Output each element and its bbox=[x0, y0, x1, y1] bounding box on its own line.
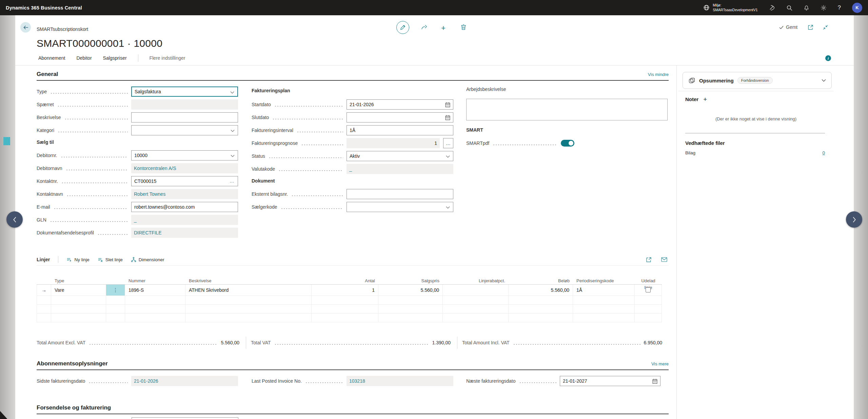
kontaktnr-input[interactable] bbox=[132, 176, 238, 186]
col-udelad-linje[interactable]: Udelad linje bbox=[635, 278, 662, 285]
naeste-input[interactable] bbox=[560, 376, 660, 386]
gln-link[interactable]: _ bbox=[131, 215, 238, 225]
add-note-button[interactable]: + bbox=[703, 97, 707, 102]
faktureringsinterval-field[interactable] bbox=[347, 125, 453, 135]
debitornavn-link[interactable]: Kontorcentralen A/S bbox=[131, 163, 238, 173]
eksternt-bilagsnr-input[interactable] bbox=[347, 189, 453, 199]
arbejdsbeskrivelse-textarea[interactable] bbox=[466, 99, 668, 120]
kontaktnavn-link[interactable]: Robert Townes bbox=[131, 189, 238, 199]
kategori-select[interactable] bbox=[131, 125, 238, 135]
tab-debitor[interactable]: Debitor bbox=[76, 55, 92, 61]
vis-mere-link[interactable]: Vis mere bbox=[651, 361, 669, 366]
delete-line-button[interactable]: Slet linje bbox=[98, 257, 123, 262]
calendar-icon[interactable] bbox=[445, 115, 451, 120]
gear-icon[interactable] bbox=[821, 5, 827, 11]
slutdato-field[interactable] bbox=[347, 112, 453, 122]
smartpdf-toggle[interactable] bbox=[561, 140, 574, 147]
faktureringsinterval-input[interactable] bbox=[347, 126, 453, 135]
col-antal[interactable]: Antal bbox=[312, 278, 378, 285]
status-input[interactable] bbox=[347, 151, 453, 161]
tab-flere-indstillinger[interactable]: Flere indstillinger bbox=[150, 55, 185, 61]
valutakode-link[interactable]: _ bbox=[347, 164, 453, 174]
debitornr-input[interactable] bbox=[132, 151, 238, 160]
naeste-field[interactable] bbox=[560, 376, 660, 386]
beskrivelse-field[interactable] bbox=[131, 112, 238, 122]
email-field[interactable] bbox=[131, 202, 238, 212]
empty-table-row[interactable] bbox=[37, 313, 662, 322]
udelad-linje-checkbox[interactable] bbox=[646, 287, 651, 292]
app-title[interactable]: Dynamics 365 Business Central bbox=[6, 5, 82, 11]
new-button[interactable]: + bbox=[441, 24, 446, 33]
cell-type[interactable]: Vare bbox=[51, 285, 106, 296]
delete-button[interactable] bbox=[461, 24, 466, 30]
open-in-new-window-button[interactable] bbox=[808, 24, 813, 30]
environment-button[interactable]: Miljø: SMARTsaasDevelopmentV1 bbox=[703, 3, 757, 12]
calendar-icon[interactable] bbox=[445, 102, 451, 108]
share-lines-button[interactable] bbox=[646, 257, 653, 263]
sidste-value-link[interactable]: 21-01-2026 bbox=[131, 376, 238, 386]
previous-record-button[interactable] bbox=[6, 211, 23, 228]
edit-button[interactable] bbox=[396, 21, 409, 34]
dynamics365-icon[interactable] bbox=[769, 5, 775, 11]
tab-salgspriser[interactable]: Salgspriser bbox=[103, 55, 127, 61]
cell-beskrivelse[interactable]: ATHEN Skrivebord bbox=[185, 285, 312, 296]
col-salgspris[interactable]: Salgspris bbox=[378, 278, 443, 285]
chevron-down-icon[interactable] bbox=[822, 79, 826, 82]
shipping-first-field[interactable] bbox=[132, 417, 238, 419]
type-input[interactable] bbox=[132, 87, 237, 96]
avatar[interactable]: K bbox=[852, 3, 862, 13]
type-select[interactable] bbox=[131, 87, 238, 97]
back-button[interactable] bbox=[20, 22, 31, 33]
email-lines-button[interactable] bbox=[661, 257, 669, 262]
last-posted-value-link[interactable]: 103218 bbox=[347, 376, 453, 386]
startdato-field[interactable] bbox=[347, 99, 453, 110]
slutdato-input[interactable] bbox=[347, 113, 453, 122]
vis-mindre-link[interactable]: Vis mindre bbox=[648, 72, 669, 77]
eksternt-bilagsnr-field[interactable] bbox=[347, 189, 453, 199]
ellipsis-assist-icon[interactable]: … bbox=[230, 178, 235, 184]
cell-nummer[interactable]: 1896-S bbox=[125, 285, 185, 296]
cell-linjerabatpct[interactable] bbox=[443, 285, 509, 296]
field-startdato: Startdato bbox=[252, 99, 453, 110]
field-beskrivelse: Beskrivelse bbox=[37, 112, 238, 122]
cell-periodiseringskode[interactable]: 1Å bbox=[573, 285, 635, 296]
bilag-count-link[interactable]: 0 bbox=[822, 150, 825, 155]
collapse-page-button[interactable] bbox=[823, 24, 828, 30]
status-select[interactable] bbox=[347, 151, 453, 161]
saelgerkode-input[interactable] bbox=[347, 202, 453, 212]
summary-card[interactable]: Opsummering Forhåndsversion bbox=[683, 72, 832, 89]
beskrivelse-input[interactable] bbox=[132, 113, 238, 122]
startdato-input[interactable] bbox=[347, 100, 453, 109]
empty-table-row[interactable] bbox=[37, 305, 662, 313]
next-record-button[interactable] bbox=[846, 211, 862, 228]
dimensions-button[interactable]: Dimensioner bbox=[131, 257, 164, 262]
tab-abonnement[interactable]: Abonnement bbox=[38, 55, 65, 61]
row-options-indicator[interactable]: ⋮ bbox=[106, 285, 125, 296]
col-beloeb[interactable]: Beløb bbox=[509, 278, 573, 285]
new-line-button[interactable]: Ny linje bbox=[66, 257, 89, 262]
shipping-heading: Forsendelse og fakturering bbox=[37, 404, 111, 411]
cell-beloeb[interactable]: 5.560,00 bbox=[509, 285, 573, 296]
ellipsis-assist-button[interactable]: … bbox=[443, 138, 453, 148]
kontaktnr-field[interactable]: … bbox=[131, 176, 238, 186]
col-type[interactable]: Type bbox=[51, 278, 106, 285]
info-icon[interactable]: i bbox=[825, 55, 831, 61]
kategori-input[interactable] bbox=[132, 126, 238, 135]
col-nummer[interactable]: Nummer bbox=[125, 278, 185, 285]
table-row[interactable]: → Vare ⋮ 1896-S ATHEN Skrivebord 1 5.560… bbox=[37, 285, 662, 296]
dokumentprofil-link[interactable]: DIRECTFILE bbox=[131, 228, 238, 238]
saelgerkode-select[interactable] bbox=[347, 202, 453, 212]
calendar-icon[interactable] bbox=[652, 378, 658, 384]
col-periodiseringskode[interactable]: Periodiseringskode bbox=[573, 278, 635, 285]
share-button[interactable] bbox=[421, 24, 428, 30]
col-linjerabatpct[interactable]: Linjerabatpct. bbox=[443, 278, 509, 285]
bell-icon[interactable] bbox=[804, 5, 809, 11]
help-icon[interactable]: ? bbox=[838, 4, 841, 11]
col-beskrivelse[interactable]: Beskrivelse bbox=[185, 278, 312, 285]
cell-salgspris[interactable]: 5.560,00 bbox=[378, 285, 443, 296]
cell-antal[interactable]: 1 bbox=[312, 285, 378, 296]
empty-table-row[interactable] bbox=[37, 296, 662, 305]
debitornr-select[interactable] bbox=[131, 150, 238, 160]
email-input[interactable] bbox=[132, 202, 238, 212]
search-icon[interactable] bbox=[786, 5, 792, 11]
